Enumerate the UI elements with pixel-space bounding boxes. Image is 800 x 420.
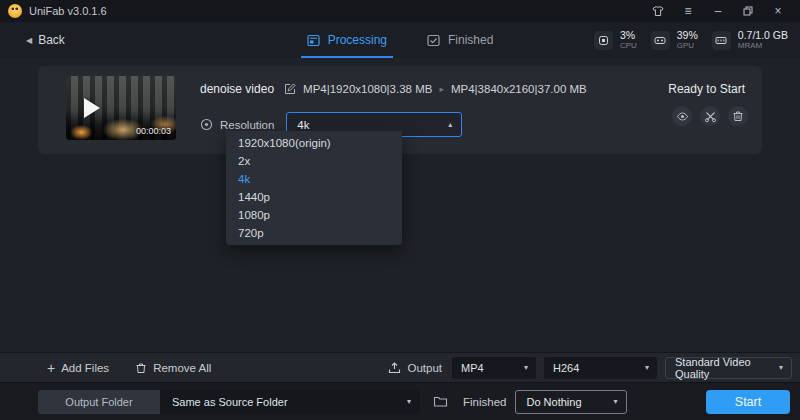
remove-all-button[interactable]: Remove All [135,362,211,374]
processing-icon [307,34,320,47]
output-label: Output [407,362,442,374]
chevron-down-icon: ▾ [524,363,528,372]
export-icon [388,362,401,374]
quality-select[interactable]: Standard Video Quality ▾ [665,357,792,379]
gpu-icon [651,31,670,50]
chevron-down-icon: ▾ [779,363,783,372]
resolution-dropdown: 1920x1080(origin) 2x 4k 1440p 1080p 720p [226,131,402,245]
mram-stat: 0.7/1.0 GB MRAM [712,30,788,50]
format-select[interactable]: MP4 ▾ [452,357,536,379]
cpu-label: CPU [620,42,637,50]
resolution-option-4k[interactable]: 4k [226,170,402,188]
finished-icon [427,34,440,47]
skin-icon[interactable] [646,2,670,20]
cpu-icon [594,31,613,50]
main-area: 00:00:03 denoise video MP4|1920x1080|3.3… [0,58,800,352]
resolution-label: Resolution [220,119,274,131]
format-value: MP4 [461,362,484,374]
trash-icon [732,110,744,122]
chevron-down-icon: ▾ [613,397,617,406]
mram-label: MRAM [738,42,788,50]
file-title: denoise video [200,82,274,96]
video-thumbnail[interactable]: 00:00:03 [66,76,176,140]
tab-finished-label: Finished [448,33,493,47]
tab-finished[interactable]: Finished [425,22,495,58]
rename-icon[interactable] [284,83,296,95]
quality-value: Standard Video Quality [675,356,779,380]
status-text: Ready to Start [668,82,745,96]
toolbar: + Add Files Remove All Output MP4 ▾ H264… [0,352,800,382]
add-files-button[interactable]: + Add Files [47,361,109,375]
output-folder-select[interactable]: Same as Source Folder ▾ [160,390,420,414]
tab-processing-label: Processing [328,33,387,47]
start-button[interactable]: Start [706,390,790,414]
resolution-option-720p[interactable]: 720p [226,224,402,242]
system-stats: 3% CPU 39% GPU 0.7/1.0 GB MR [594,22,788,58]
finished-action-select[interactable]: Do Nothing ▾ [515,390,627,414]
gpu-value: 39% [677,30,698,41]
tab-processing[interactable]: Processing [305,22,389,58]
finished-action-label: Finished [463,396,506,408]
resolution-option-2x[interactable]: 2x [226,152,402,170]
app-title: UniFab v3.0.1.6 [29,5,107,17]
app-logo-icon [8,4,22,18]
bottom-bar: Output Folder Same as Source Folder ▾ Fi… [0,382,800,420]
trash-icon [135,362,147,374]
output-folder-label: Output Folder [65,396,132,408]
output-folder-value: Same as Source Folder [172,396,288,408]
output-folder-button[interactable]: Output Folder [38,390,160,414]
start-label: Start [735,395,761,409]
finished-action-value: Do Nothing [526,396,581,408]
chevron-down-icon: ▾ [407,397,411,406]
source-media-info: MP4|1920x1080|3.38 MB [303,83,432,95]
resolution-value: 4k [297,119,309,131]
remove-all-label: Remove All [153,362,211,374]
play-icon[interactable] [84,98,100,118]
scissors-icon [704,110,717,123]
minimize-button[interactable]: – [706,2,730,20]
memory-icon [712,31,731,50]
resolution-option-origin[interactable]: 1920x1080(origin) [226,134,402,152]
delete-button[interactable] [728,106,748,126]
cpu-stat: 3% CPU [594,30,637,50]
resolution-icon [200,118,213,131]
restore-button[interactable] [736,2,760,20]
plus-icon: + [47,361,55,375]
convert-arrow-icon: ▸ [439,84,444,94]
target-media-info: MP4|3840x2160|37.00 MB [451,83,587,95]
header: ◀ Back Processing Finished 3% CPU [0,22,800,58]
chevron-up-icon: ▴ [448,120,452,129]
eye-icon [676,110,689,123]
trim-button[interactable] [700,106,720,126]
menu-icon[interactable]: ≡ [676,2,700,20]
gpu-label: GPU [677,42,698,50]
resolution-option-1440p[interactable]: 1440p [226,188,402,206]
codec-select[interactable]: H264 ▾ [544,357,657,379]
video-duration: 00:00:03 [136,126,171,136]
preview-button[interactable] [672,106,692,126]
codec-value: H264 [553,362,579,374]
gpu-stat: 39% GPU [651,30,698,50]
unifab-window: UniFab v3.0.1.6 ≡ – × ◀ Back Processing [0,0,800,420]
cpu-value: 3% [620,30,637,41]
folder-icon [433,395,448,408]
close-button[interactable]: × [766,2,790,20]
add-files-label: Add Files [61,362,109,374]
titlebar: UniFab v3.0.1.6 ≡ – × [0,0,800,22]
resolution-option-1080p[interactable]: 1080p [226,206,402,224]
chevron-down-icon: ▾ [645,363,649,372]
mram-value: 0.7/1.0 GB [738,30,788,41]
browse-folder-button[interactable] [429,391,451,413]
